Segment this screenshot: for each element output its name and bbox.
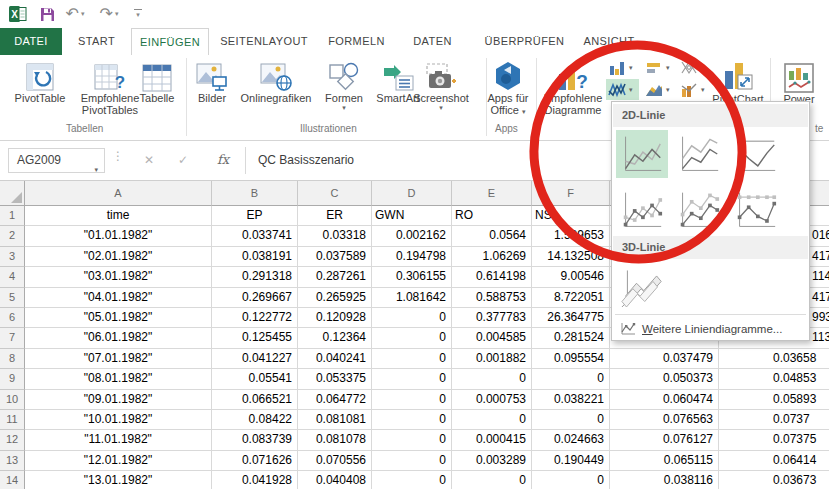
name-box[interactable]: AG2009 ▾ [8,148,105,173]
tab-formeln[interactable]: FORMELN [319,28,394,55]
insert-function-button[interactable]: fx [212,149,234,171]
cell-E14[interactable]: 0 [452,471,532,489]
cell-B2[interactable]: 0.033741 [212,226,298,246]
cell-B12[interactable]: 0.083739 [212,430,298,450]
cell-H9[interactable]: 0.04853 [719,369,829,389]
cell-D9[interactable]: 0 [372,369,452,389]
cell-B1[interactable]: EP [212,206,298,226]
cell-F2[interactable]: 1.529653 [532,226,610,246]
cell-B9[interactable]: 0.05541 [212,369,298,389]
cell-B13[interactable]: 0.071626 [212,451,298,471]
cell-G12[interactable]: 0.076127 [610,430,719,450]
tab-ueberpruefen[interactable]: ÜBERPRÜFEN [471,28,578,55]
cell-A4[interactable]: "03.01.1982" [25,267,212,287]
row-header-10[interactable]: 10 [0,390,25,410]
cell-E9[interactable]: 0 [452,369,532,389]
cell-A7[interactable]: "06.01.1982" [25,328,212,348]
enter-button[interactable]: ✓ [172,149,194,171]
thumb-100-gestapelte-linie[interactable] [730,130,782,178]
cell-A11[interactable]: "10.01.1982" [25,410,212,430]
row-header-12[interactable]: 12 [0,430,25,450]
cell-A8[interactable]: "07.01.1982" [25,349,212,369]
column-chart-button[interactable]: ▾ [606,57,640,78]
cell-A12[interactable]: "11.01.1982" [25,430,212,450]
cell-G8[interactable]: 0.037479 [610,349,719,369]
cell-D6[interactable]: 0 [372,308,452,328]
cell-C13[interactable]: 0.070556 [298,451,372,471]
cell-G9[interactable]: 0.050373 [610,369,719,389]
cell-B6[interactable]: 0.122772 [212,308,298,328]
redo-icon[interactable]: ↷▾ [94,4,124,24]
customize-quick-access-icon[interactable]: ▾ [130,4,146,24]
thumb-3d-linie[interactable] [616,262,668,310]
cell-D8[interactable]: 0 [372,349,452,369]
thumb-gestapelte-linie[interactable] [673,130,725,178]
cell-A9[interactable]: "08.01.1982" [25,369,212,389]
cell-B8[interactable]: 0.041227 [212,349,298,369]
cell-F13[interactable]: 0.190449 [532,451,610,471]
thumb-gestapelte-linie-mit-datenpunkten[interactable] [673,186,725,234]
row-header-7[interactable]: 7 [0,328,25,348]
cell-B4[interactable]: 0.291318 [212,267,298,287]
cell-C1[interactable]: ER [298,206,372,226]
apps-fuer-office-button[interactable]: Apps für Office ▾ [480,56,536,118]
cell-F9[interactable]: 0 [532,369,610,389]
cell-H14[interactable]: 0.03673 [719,471,829,489]
screenshot-button[interactable]: Screenshot ▾ [412,56,470,112]
cell-D11[interactable]: 0 [372,410,452,430]
cell-C6[interactable]: 0.120928 [298,308,372,328]
cell-F4[interactable]: 9.00546 [532,267,610,287]
row-header-11[interactable]: 11 [0,410,25,430]
name-box-dropdown-arrow[interactable]: ▾ [94,158,98,181]
cell-G11[interactable]: 0.076563 [610,410,719,430]
cell-C8[interactable]: 0.040241 [298,349,372,369]
cell-D5[interactable]: 1.081642 [372,288,452,308]
cell-C2[interactable]: 0.03318 [298,226,372,246]
cell-C9[interactable]: 0.053375 [298,369,372,389]
cell-E1[interactable]: RO [452,206,532,226]
pivotchart-button[interactable]: PivotChart [708,56,768,105]
tab-start[interactable]: START [62,28,131,55]
cell-B10[interactable]: 0.066521 [212,390,298,410]
cell-D14[interactable]: 0 [372,471,452,489]
cell-D12[interactable]: 0 [372,430,452,450]
cell-D2[interactable]: 0.002162 [372,226,452,246]
formen-button[interactable]: Formen ▾ [318,56,370,112]
cell-B7[interactable]: 0.125455 [212,328,298,348]
cell-E13[interactable]: 0.003289 [452,451,532,471]
cell-B5[interactable]: 0.269667 [212,288,298,308]
cell-A14[interactable]: "13.01.1982" [25,471,212,489]
combo-chart-button[interactable]: ▾ [678,79,712,100]
area-chart-button[interactable]: ▾ [643,79,677,100]
cell-D13[interactable]: 0 [372,451,452,471]
cell-B11[interactable]: 0.08422 [212,410,298,430]
tab-einfuegen[interactable]: EINFÜGEN [131,28,209,55]
row-header-5[interactable]: 5 [0,288,25,308]
cell-B14[interactable]: 0.041928 [212,471,298,489]
col-header-B[interactable]: B [212,181,298,206]
cell-C7[interactable]: 0.12364 [298,328,372,348]
empfohlene-diagramme-button[interactable]: ? Empfohlene Diagramme [540,56,606,116]
cell-G10[interactable]: 0.060474 [610,390,719,410]
cell-A10[interactable]: "09.01.1982" [25,390,212,410]
undo-icon[interactable]: ↶▾ [60,4,90,24]
formula-input[interactable]: QC Basisszenario [258,149,354,171]
thumb-linie[interactable] [616,130,668,178]
cell-C14[interactable]: 0.040408 [298,471,372,489]
col-header-D[interactable]: D [372,181,452,206]
cell-F3[interactable]: 14.132508 [532,247,610,267]
stock-chart-button[interactable]: ▾ [678,57,712,78]
weitere-liniendiagramme-item[interactable]: Weitere Liniendiagramme... [613,318,808,340]
cell-E6[interactable]: 0.377783 [452,308,532,328]
cell-F12[interactable]: 0.024663 [532,430,610,450]
cell-A13[interactable]: "12.01.1982" [25,451,212,471]
tab-datei[interactable]: DATEI [0,28,62,55]
cell-C12[interactable]: 0.081078 [298,430,372,450]
cell-F8[interactable]: 0.095554 [532,349,610,369]
cell-A2[interactable]: "01.01.1982" [25,226,212,246]
cell-G13[interactable]: 0.065115 [610,451,719,471]
cell-H12[interactable]: 0.07375 [719,430,829,450]
col-header-F[interactable]: F [532,181,610,206]
tab-ansicht[interactable]: ANSICHT [578,28,640,55]
row-header-6[interactable]: 6 [0,308,25,328]
